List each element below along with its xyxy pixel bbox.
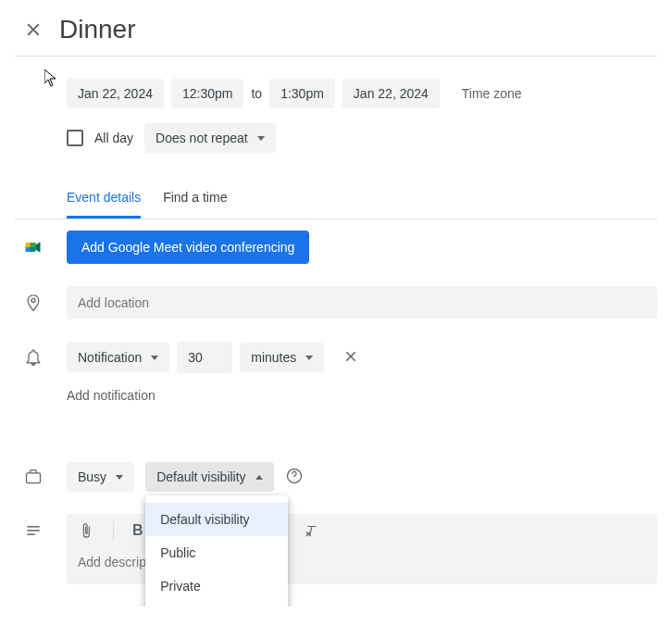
location-input[interactable]	[67, 286, 657, 319]
to-label: to	[251, 86, 262, 101]
timezone-link[interactable]: Time zone	[462, 86, 522, 101]
repeat-dropdown[interactable]: Does not repeat	[144, 123, 276, 153]
briefcase-icon	[24, 468, 43, 486]
notification-value-input[interactable]	[177, 342, 232, 373]
notification-unit-label: minutes	[251, 350, 296, 365]
location-icon	[24, 294, 43, 312]
event-title-input[interactable]	[59, 15, 657, 44]
close-button[interactable]	[15, 11, 52, 48]
attach-button[interactable]	[78, 522, 94, 539]
clear-format-button[interactable]	[304, 522, 320, 539]
end-date-chip[interactable]: Jan 22, 2024	[342, 79, 440, 108]
tab-event-details[interactable]: Event details	[67, 190, 141, 219]
svg-rect-1	[26, 243, 31, 247]
chevron-down-icon	[116, 475, 123, 480]
chevron-down-icon	[257, 136, 265, 141]
notification-type-label: Notification	[78, 350, 142, 365]
allday-checkbox[interactable]	[67, 130, 83, 146]
svg-point-6	[293, 479, 294, 480]
visibility-dropdown[interactable]: Default visibility	[145, 462, 273, 492]
tab-find-a-time[interactable]: Find a time	[163, 190, 227, 219]
svg-rect-3	[31, 243, 36, 247]
remove-notification-button[interactable]	[342, 348, 359, 368]
help-button[interactable]	[285, 467, 304, 488]
visibility-option-public[interactable]: Public	[145, 536, 288, 569]
busy-label: Busy	[78, 469, 106, 484]
notification-type-dropdown[interactable]: Notification	[67, 343, 169, 372]
attach-icon	[78, 522, 94, 539]
end-time-chip[interactable]: 1:30pm	[269, 79, 335, 108]
bold-button[interactable]: B	[132, 522, 143, 539]
add-meet-button[interactable]: Add Google Meet video conferencing	[67, 231, 309, 264]
start-time-chip[interactable]: 12:30pm	[171, 79, 243, 108]
start-date-chip[interactable]: Jan 22, 2024	[67, 79, 164, 108]
bell-icon	[24, 348, 43, 367]
chevron-down-icon	[305, 356, 313, 360]
busy-dropdown[interactable]: Busy	[67, 462, 134, 492]
svg-rect-2	[26, 247, 31, 252]
allday-label: All day	[94, 131, 133, 145]
close-icon	[23, 19, 44, 40]
description-icon	[24, 521, 43, 540]
visibility-label: Default visibility	[156, 469, 245, 484]
meet-icon	[15, 238, 52, 256]
chevron-up-icon	[255, 475, 263, 480]
svg-rect-4	[27, 473, 41, 483]
toolbar-separator	[113, 521, 114, 540]
visibility-option-default[interactable]: Default visibility	[145, 503, 288, 536]
visibility-option-private[interactable]: Private	[145, 569, 288, 603]
mouse-cursor	[44, 69, 59, 91]
notification-unit-dropdown[interactable]: minutes	[240, 343, 324, 372]
repeat-label: Does not repeat	[156, 131, 248, 145]
visibility-menu: Default visibility Public Private	[145, 495, 288, 606]
clear-format-icon	[304, 522, 320, 539]
close-icon	[342, 348, 359, 365]
add-notification-link[interactable]: Add notification	[15, 384, 657, 414]
chevron-down-icon	[151, 356, 158, 360]
help-icon	[285, 467, 304, 485]
